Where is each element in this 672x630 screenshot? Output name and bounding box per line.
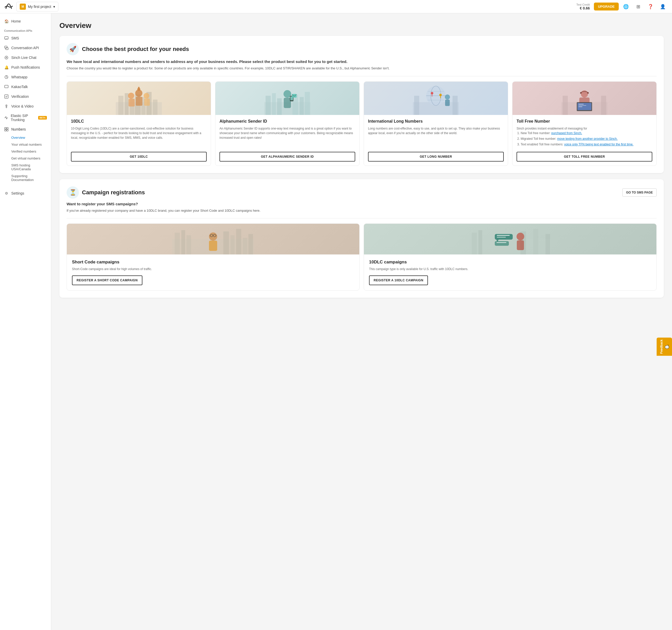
alpha-title: Alphanumeric Sender ID (219, 119, 355, 124)
svg-point-22 (144, 93, 149, 99)
project-avatar: M (20, 4, 26, 10)
svg-rect-19 (153, 100, 158, 115)
svg-point-62 (580, 92, 582, 94)
globe-icon[interactable]: 🌐 (621, 2, 631, 12)
svg-rect-54 (601, 96, 606, 115)
10dlc-illustration (67, 82, 211, 115)
get-10dlc-button[interactable]: GET 10DLC (71, 152, 207, 161)
upgrade-button[interactable]: UPGRADE (594, 3, 619, 10)
top-navigation: M My first project ▾ Test Credit € 0.66 … (0, 0, 672, 13)
svg-rect-11 (7, 129, 8, 131)
sidebar-item-elastic-sip[interactable]: Elastic SIP Trunking BETA (0, 111, 51, 124)
product-grid: 10DLC 10-Digit Long Codes (10DLC) are a … (67, 81, 657, 166)
10dlc-desc: 10-Digit Long Codes (10DLC) are a carrie… (71, 126, 207, 148)
campaign-section-title: Campaign registrations (82, 189, 145, 196)
svg-rect-14 (125, 93, 128, 115)
sidebar-voice-label: Voice & Video (11, 104, 33, 108)
svg-rect-33 (299, 97, 304, 115)
get-alpha-button[interactable]: GET ALPHANUMERIC SENDER ID (219, 152, 355, 161)
svg-rect-39 (292, 94, 296, 98)
svg-rect-27 (138, 87, 140, 90)
sidebar-sub-get-virtual[interactable]: Get virtual numbers (0, 155, 51, 162)
sidebar-sub-overview[interactable]: Overview (0, 134, 51, 141)
svg-rect-69 (231, 235, 235, 254)
kakao-icon (4, 84, 9, 89)
page-title: Overview (59, 22, 664, 30)
svg-point-50 (445, 95, 450, 100)
svg-point-73 (209, 232, 217, 241)
svg-rect-59 (578, 104, 584, 104)
hourglass-icon: ⏳ (67, 186, 79, 199)
get-toll-free-button[interactable]: GET TOLL FREE NUMBER (517, 152, 652, 161)
sidebar-settings-label: Settings (11, 191, 24, 195)
sidebar-kakao-label: KakaoTalk (11, 85, 28, 89)
svg-rect-42 (453, 96, 458, 115)
campaign-card-10dlc: 10DLC campaigns This campaign type is on… (364, 224, 657, 291)
sidebar-item-numbers[interactable]: Numbers (0, 124, 51, 134)
rocket-icon: 🚀 (67, 43, 79, 55)
help-icon[interactable]: ❓ (645, 2, 656, 12)
choose-product-card: 🚀 Choose the best product for your needs… (59, 36, 664, 173)
sidebar-sub-sms-hosting[interactable]: SMS hosting USA/Canada (0, 162, 51, 173)
sidebar-item-sinch-live[interactable]: Sinch Live Chat (0, 53, 51, 62)
sidebar-item-sms[interactable]: SMS (0, 33, 51, 43)
text-enabled-link[interactable]: voice only TFN being text enabled for th… (564, 143, 633, 146)
svg-point-20 (128, 93, 134, 99)
svg-rect-82 (478, 230, 482, 254)
project-selector[interactable]: M My first project ▾ (16, 2, 58, 11)
user-icon[interactable]: 👤 (658, 2, 668, 12)
alpha-card-body: Alphanumeric Sender ID An Alphanumeric S… (215, 115, 359, 166)
grid-icon[interactable]: ⊞ (633, 2, 643, 12)
svg-point-86 (517, 233, 524, 241)
register-shortcode-button[interactable]: REGISTER A SHORT CODE CAMPAIGN (72, 275, 142, 285)
logo[interactable] (4, 2, 13, 11)
choose-subtitle: We have local and international numbers … (67, 59, 657, 64)
svg-rect-9 (7, 127, 8, 129)
toll-desc-intro: Sinch provides instant enablement of mes… (517, 126, 652, 148)
go-sms-button[interactable]: GO TO SMS PAGE (622, 188, 657, 197)
svg-rect-53 (562, 96, 568, 115)
main-content: Overview 🚀 Choose the best product for y… (51, 13, 672, 630)
nav-right: Test Credit € 0.66 UPGRADE 🌐 ⊞ ❓ 👤 (576, 2, 668, 12)
conversation-icon (4, 46, 9, 50)
feedback-label: Feedback (660, 339, 663, 354)
get-long-number-button[interactable]: GET LONG NUMBER (368, 152, 504, 161)
toll-illustration (512, 82, 656, 115)
sidebar-item-settings[interactable]: ⚙ Settings (0, 188, 51, 198)
sidebar-item-whatsapp[interactable]: Whatsapp (0, 72, 51, 82)
alpha-illustration (215, 82, 359, 115)
register-10dlc-button[interactable]: REGISTER A 10DLC CAMPAIGN (369, 275, 428, 285)
sidebar-sub-supporting-docs[interactable]: Supporting Documentation (0, 173, 51, 183)
svg-rect-74 (209, 241, 217, 251)
svg-rect-10 (5, 129, 6, 131)
purchased-link[interactable]: purchased from Sinch. (551, 131, 582, 135)
svg-rect-6 (5, 95, 8, 98)
svg-rect-29 (266, 96, 271, 115)
shortcode-desc: Short-Code campaigns are ideal for high … (72, 267, 354, 271)
sidebar-conversation-label: Conversation API (11, 46, 39, 50)
sidebar-item-kakao[interactable]: KakaoTalk (0, 82, 51, 92)
sms-icon (4, 36, 9, 41)
svg-rect-66 (181, 230, 185, 254)
sidebar-item-push[interactable]: 🔔 Push Notifications (0, 62, 51, 72)
sidebar-item-verification[interactable]: Verification (0, 92, 51, 101)
10dlc-campaign-illustration (364, 224, 656, 254)
voice-icon (4, 104, 9, 108)
feedback-icon: 💬 (665, 344, 669, 349)
campaign-card-shortcode: Short Code campaigns Short-Code campaign… (67, 224, 360, 291)
sidebar-item-voice[interactable]: Voice & Video (0, 101, 51, 111)
feedback-button[interactable]: Feedback 💬 (657, 337, 672, 356)
sidebar-sub-verified-numbers[interactable]: Verified numbers (0, 148, 51, 155)
svg-rect-51 (445, 100, 450, 106)
sidebar-item-home[interactable]: 🏠 Home (0, 17, 51, 26)
svg-rect-84 (533, 229, 538, 254)
credit-value: € 0.66 (576, 6, 590, 10)
verification-icon (4, 94, 9, 99)
sidebar-sub-virtual-numbers[interactable]: Your virtual numbers (0, 141, 51, 148)
sidebar-item-conversation[interactable]: Conversation API (0, 43, 51, 53)
project-name: My first project (28, 5, 51, 9)
migrate-link[interactable]: move texting from another provider to Si… (557, 137, 618, 141)
credit-label: Test Credit (576, 3, 590, 6)
svg-rect-25 (144, 99, 150, 106)
toll-title: Toll Free Number (517, 119, 652, 124)
